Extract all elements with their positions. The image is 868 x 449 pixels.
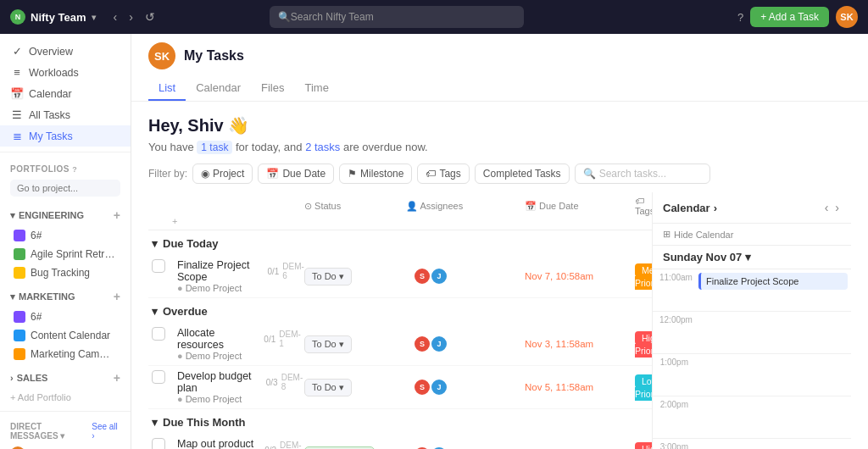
task-id: DEM-17 [280, 441, 304, 449]
calendar-prev-button[interactable]: ‹ [823, 199, 831, 216]
nav-forward-button[interactable]: › [125, 8, 137, 25]
task-status[interactable]: In Progress ▾ [304, 446, 406, 450]
hide-calendar-button[interactable]: ⊞ Hide Calendar [653, 224, 851, 246]
section-due-today: ▾ Due Today Finalize Project Scope 0/1 [148, 230, 652, 298]
milestone-filter-icon: ⚑ [348, 168, 357, 180]
filter-milestone-button[interactable]: ⚑ Milestone [339, 164, 412, 184]
status-badge-todo[interactable]: To Do ▾ [304, 379, 352, 396]
table-row: Map out product vision 0/2 DEM-17 ● Demo… [148, 434, 652, 449]
project-name: Content Calendar [31, 330, 110, 341]
filter-tags-button[interactable]: 🏷 Tags [417, 164, 469, 184]
status-badge-in-progress[interactable]: In Progress ▾ [304, 446, 375, 450]
see-all-link[interactable]: See all › [92, 422, 120, 441]
due-this-month-header[interactable]: ▾ Due This Month [148, 409, 652, 434]
tags-filter-icon: 🏷 [426, 168, 436, 180]
section-overdue: ▾ Overdue Allocate resources 0/1 [148, 298, 652, 409]
task-assignees: S J [406, 446, 525, 449]
task-assignees: S J [406, 267, 525, 285]
project-agile[interactable]: Agile Sprint Retrospect... [0, 245, 131, 263]
col-header-status: ⊙ Status [304, 196, 406, 216]
slot-content [695, 354, 851, 358]
task-checkbox[interactable] [152, 370, 165, 384]
filter-completed-button[interactable]: Completed Tasks [475, 164, 570, 184]
nav-refresh-button[interactable]: ↺ [141, 8, 159, 25]
calendar-title[interactable]: Calendar › [663, 202, 717, 214]
status-badge-todo[interactable]: To Do ▾ [304, 335, 352, 353]
calendar-nav: ‹ › [823, 199, 841, 216]
filter-label: Filter by: [148, 168, 187, 180]
project-marketing-campaigns[interactable]: Marketing Campaigns [0, 345, 131, 363]
sidebar-item-my-tasks[interactable]: ≣ My Tasks [0, 125, 131, 147]
filter-project-button[interactable]: ◉ Project [192, 164, 253, 184]
sales-section[interactable]: › SALES + [0, 367, 131, 389]
go-to-project-input[interactable] [10, 180, 120, 197]
task-id: DEM-1 [279, 330, 304, 348]
task-checkbox[interactable] [152, 438, 165, 449]
marketing-add-icon[interactable]: + [114, 290, 120, 303]
calendar-next-button[interactable]: › [833, 199, 841, 216]
brand-chevron: ▾ [92, 13, 96, 22]
calendar-icon: 📅 [10, 87, 24, 100]
assignee-avatar-2: J [430, 378, 448, 396]
task-status[interactable]: To Do ▾ [304, 379, 406, 396]
content-header: SK My Tasks List Calendar Files Time [131, 34, 868, 102]
sidebar-item-calendar[interactable]: 📅 Calendar [0, 83, 131, 104]
priority-badge: Low Priority [635, 374, 652, 401]
nav-back-button[interactable]: ‹ [109, 8, 122, 25]
status-badge-todo[interactable]: To Do ▾ [304, 268, 352, 285]
assignee-avatar-2: J [430, 446, 448, 449]
calendar-event[interactable]: Finalize Project Scope [698, 273, 848, 290]
table-row: Allocate resources 0/1 DEM-1 ● Demo Proj… [148, 323, 652, 366]
time-label: 11:00am [653, 269, 695, 282]
search-input[interactable] [291, 11, 515, 23]
project-bug-tracking[interactable]: Bug Tracking [0, 263, 131, 282]
sales-add-icon[interactable]: + [114, 371, 120, 385]
overdue-header[interactable]: ▾ Overdue [148, 298, 652, 323]
time-slot-11am: 11:00am Finalize Project Scope [653, 269, 851, 312]
subtitle: You have 1 task for today, and 2 tasks a… [148, 141, 851, 153]
project-mkt-1[interactable]: 6# [0, 308, 131, 326]
tab-files[interactable]: Files [251, 76, 294, 101]
project-eng-1[interactable]: 6# [0, 226, 131, 245]
engineering-add-icon[interactable]: + [114, 208, 120, 222]
task-checkbox[interactable] [152, 327, 165, 341]
add-portfolio-button[interactable]: + Add Portfolio [0, 389, 131, 406]
dm-user-shiv[interactable]: SK Shiv Kapoor (you) [0, 443, 131, 449]
task-status[interactable]: To Do ▾ [304, 335, 406, 353]
due-today-label: Due Today [163, 237, 219, 250]
calendar-body: 11:00am Finalize Project Scope 12:00pm 1… [653, 269, 851, 449]
search-bar[interactable]: 🔍 [270, 6, 524, 28]
filter-due-date-button[interactable]: 📅 Due Date [258, 164, 334, 184]
slot-content [695, 312, 851, 315]
sidebar-item-overview[interactable]: ✓ Overview [0, 41, 131, 62]
search-tasks-input[interactable]: 🔍 Search tasks... [575, 164, 710, 184]
task-priority: Medium Priority [635, 263, 652, 289]
task-subtask-count: 0/1 [267, 267, 279, 276]
page-body: Hey, Shiv 👋 You have 1 task for today, a… [131, 102, 868, 449]
due-today-header[interactable]: ▾ Due Today [148, 230, 652, 255]
sidebar-item-workloads[interactable]: ≡ Workloads [0, 62, 131, 83]
help-icon[interactable]: ? [737, 11, 743, 24]
project-icon [14, 311, 25, 323]
task-title-row: Finalize Project Scope 0/1 DEM-6 [177, 259, 304, 283]
task-name: Map out product vision [177, 438, 261, 449]
col-header-add[interactable]: + [172, 216, 304, 226]
col-header-name [172, 196, 304, 216]
sidebar-item-all-tasks[interactable]: ☰ All Tasks [0, 104, 131, 125]
topbar: N Nifty Team ▾ ‹ › ↺ 🔍 ? + Add a Task SK [0, 0, 868, 34]
task-status[interactable]: To Do ▾ [304, 268, 406, 285]
tab-list[interactable]: List [148, 76, 186, 101]
task-due-date: Nov 5, 11:58am [525, 382, 635, 392]
tab-calendar[interactable]: Calendar [186, 76, 251, 101]
task-id: DEM-8 [281, 373, 304, 391]
project-content-calendar[interactable]: Content Calendar [0, 326, 131, 345]
task-checkbox[interactable] [152, 259, 165, 273]
table-row: Develop budget plan 0/3 DEM-8 ● Demo Pro… [148, 366, 652, 409]
marketing-section[interactable]: ▾ MARKETING + [0, 285, 131, 308]
calendar-day-header[interactable]: Sunday Nov 07 ▾ [653, 246, 851, 269]
tab-time[interactable]: Time [294, 76, 338, 101]
time-label: 2:00pm [653, 396, 695, 409]
add-task-button[interactable]: + Add a Task [750, 7, 829, 27]
page-title: My Tasks [184, 48, 244, 64]
engineering-section[interactable]: ▾ ENGINEERING + [0, 204, 131, 226]
